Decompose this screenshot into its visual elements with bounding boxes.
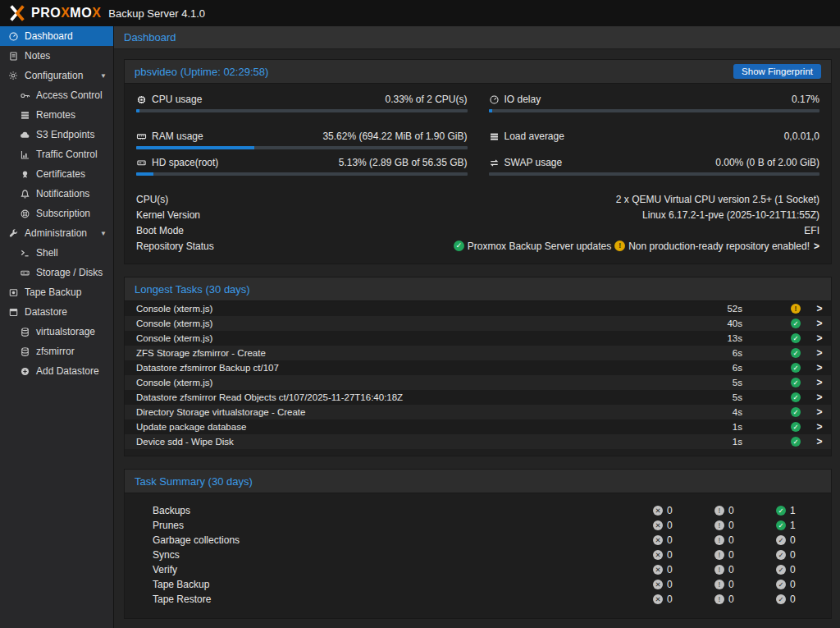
gauge-value: 5.13% (2.89 GB of 56.35 GB) [339, 157, 468, 168]
chevron-down-icon: ▼ [100, 72, 107, 80]
task-name: Device sdd - Wipe Disk [136, 437, 701, 447]
task-chevron-icon[interactable]: > [808, 392, 831, 403]
sidebar-item-shell[interactable]: Shell ▼ [0, 243, 113, 263]
task-chevron-icon[interactable]: > [808, 421, 831, 433]
task-chevron-icon[interactable]: > [808, 362, 831, 374]
gauge-value: 0.00% (0 B of 2.00 GiB) [715, 157, 819, 168]
show-fingerprint-button[interactable]: Show Fingerprint [733, 64, 821, 79]
sidebar-item-notes[interactable]: Notes ▼ [0, 46, 113, 66]
datastore-icon [7, 307, 20, 318]
access-control-icon [18, 90, 31, 101]
breadcrumb-label: Dashboard [124, 31, 176, 44]
summary-row[interactable]: Garbage collections ✕0 !0 ✓0 [125, 533, 831, 548]
sidebar-item-notifications[interactable]: Notifications ▼ [0, 184, 113, 204]
sidebar-item-certificates[interactable]: Certificates ▼ [0, 164, 113, 184]
sidebar-item-label: Datastore [25, 306, 67, 318]
error-count: 0 [667, 564, 673, 575]
task-duration: 40s [701, 319, 742, 328]
task-row[interactable]: Device sdd - Wipe Disk 1s ✓ > [125, 434, 831, 449]
traffic-control-icon [18, 149, 31, 160]
task-summary-body: Backups ✕0 !0 ✓1 Prunes ✕0 !0 ✓1 Garbage… [125, 493, 831, 618]
task-summary-panel: Task Summary (30 days) Backups ✕0 !0 ✓1 … [124, 469, 832, 619]
sidebar-item-label: S3 Endpoints [36, 129, 94, 140]
task-row[interactable]: Directory Storage virtualstorage - Creat… [125, 405, 831, 419]
sidebar-item-label: zfsmirror [36, 346, 75, 357]
task-chevron-icon[interactable]: > [808, 347, 831, 359]
task-chevron-icon[interactable]: > [808, 318, 831, 329]
sidebar-item-configuration[interactable]: Configuration ▼ [0, 66, 113, 85]
task-name: Console (xterm.js) [136, 319, 701, 328]
ok-status-icon: ✓ [791, 319, 801, 328]
sidebar-item-administration[interactable]: Administration ▼ [0, 223, 113, 243]
warning-count-icon: ! [714, 506, 724, 516]
repository-warning-text: Non production-ready repository enabled! [628, 241, 810, 252]
task-row[interactable]: Console (xterm.js) 52s ! > [125, 301, 831, 316]
task-row[interactable]: Console (xterm.js) 13s ✓ > [125, 331, 831, 346]
warning-count: 0 [728, 579, 734, 590]
sidebar-item-label: Add Datastore [36, 365, 99, 377]
sidebar-item-label: Tape Backup [25, 286, 81, 298]
sidebar-item-dashboard[interactable]: Dashboard ▼ [0, 26, 113, 46]
gauge-label: RAM usage [152, 131, 203, 142]
task-row[interactable]: Console (xterm.js) 40s ✓ > [125, 316, 831, 331]
sidebar-item-datastore[interactable]: Datastore ▼ [0, 302, 113, 322]
task-chevron-icon[interactable]: > [808, 377, 831, 388]
warning-count-icon: ! [714, 565, 724, 575]
task-chevron-icon[interactable]: > [808, 436, 831, 447]
summary-label: Verify [153, 564, 653, 575]
bell-icon [18, 189, 31, 199]
task-chevron-icon[interactable]: > [808, 406, 831, 418]
brand-wordmark: PROXMOX [31, 6, 101, 21]
ok-count-icon: ✓ [776, 520, 786, 530]
sidebar-item-subscription[interactable]: Subscription ▼ [0, 204, 113, 223]
content-area: Dashboard pbsvideo (Uptime: 02:29:58) Sh… [114, 26, 840, 628]
sidebar-item-zfsmirror[interactable]: zfsmirror ▼ [0, 342, 113, 361]
error-count-icon: ✕ [653, 580, 663, 589]
ok-status-icon: ✓ [791, 407, 801, 417]
error-count-icon: ✕ [653, 550, 663, 560]
warning-count: 0 [728, 549, 734, 561]
summary-row[interactable]: Prunes ✕0 !0 ✓1 [125, 518, 831, 533]
task-status-icon: ✓ [783, 348, 808, 358]
product-version: Backup Server 4.1.0 [108, 7, 205, 20]
summary-row[interactable]: Tape Backup ✕0 !0 ✓0 [125, 577, 831, 592]
gauge-label: IO delay [504, 94, 541, 105]
repository-ok-text: Proxmox Backup Server updates [468, 241, 611, 252]
summary-row[interactable]: Syncs ✕0 !0 ✓0 [125, 548, 831, 562]
task-chevron-icon[interactable]: > [808, 332, 831, 344]
summary-row[interactable]: Tape Restore ✕0 !0 ✓0 [125, 592, 831, 607]
gauge-row: CPU usage 0.33% of 2 CPU(s) [136, 92, 468, 112]
sidebar-item-storage-disks[interactable]: Storage / Disks ▼ [0, 263, 113, 282]
warning-count: 0 [728, 534, 734, 546]
sidebar-item-add-datastore[interactable]: Add Datastore ▼ [0, 361, 113, 381]
task-name: Console (xterm.js) [136, 333, 701, 343]
task-row[interactable]: Datastore zfsmirror Read Objects ct/107/… [125, 390, 831, 405]
warning-status-icon: ! [791, 304, 801, 314]
app-window: PROXMOX Backup Server 4.1.0 Dashboard ▼ … [0, 0, 840, 628]
sidebar-item-tape-backup[interactable]: Tape Backup ▼ [0, 282, 113, 302]
longest-tasks-header: Longest Tasks (30 days) [125, 277, 831, 301]
summary-row[interactable]: Verify ✕0 !0 ✓0 [125, 562, 831, 577]
memory-icon [136, 131, 147, 142]
info-label: Kernel Version [136, 209, 200, 221]
sidebar-item-s3-endpoints[interactable]: S3 Endpoints ▼ [0, 125, 113, 144]
sidebar-item-virtualstorage[interactable]: virtualstorage ▼ [0, 322, 113, 342]
sidebar-item-label: Remotes [36, 109, 75, 121]
sidebar-item-access-control[interactable]: Access Control ▼ [0, 85, 113, 105]
sidebar-item-remotes[interactable]: Remotes ▼ [0, 105, 113, 125]
database-icon [18, 346, 31, 357]
summary-row[interactable]: Backups ✕0 !0 ✓1 [125, 503, 831, 518]
gauge-value: 0.17% [792, 94, 819, 105]
task-status-icon: ✓ [783, 363, 808, 373]
warning-count-icon: ! [714, 594, 724, 604]
repository-chevron-icon[interactable]: > [814, 241, 819, 252]
warning-count-icon: ! [714, 580, 724, 589]
task-row[interactable]: ZFS Storage zfsmirror - Create 6s ✓ > [125, 346, 831, 360]
sidebar-item-traffic-control[interactable]: Traffic Control ▼ [0, 144, 113, 164]
task-chevron-icon[interactable]: > [808, 303, 831, 314]
swap-icon [489, 158, 500, 168]
task-row[interactable]: Console (xterm.js) 5s ✓ > [125, 375, 831, 390]
task-row[interactable]: Datastore zfsmirror Backup ct/107 6s ✓ > [125, 360, 831, 375]
gauge-row: SWAP usage 0.00% (0 B of 2.00 GiB) [489, 155, 820, 176]
task-row[interactable]: Update package database 1s ✓ > [125, 419, 831, 434]
